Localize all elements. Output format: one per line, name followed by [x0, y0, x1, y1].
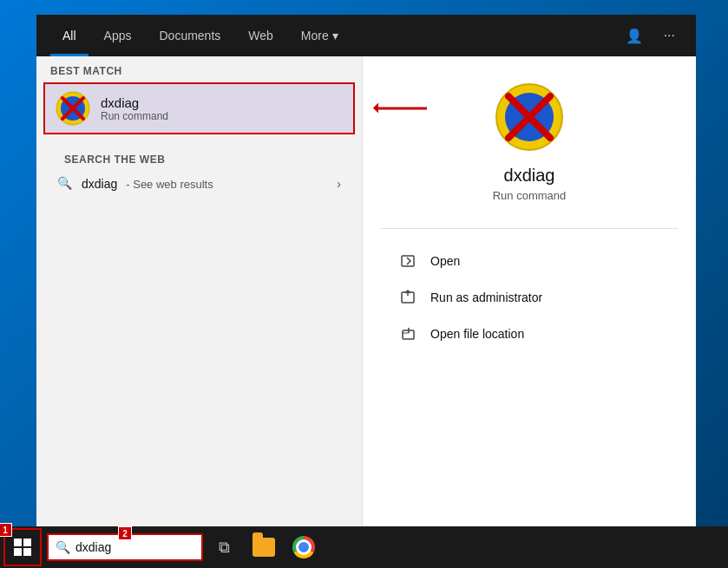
search-web-query: dxdiag [82, 177, 117, 191]
header-icons: 👤 ··· [619, 24, 682, 48]
search-web-section: Search the web 🔍 dxdiag - See web result… [36, 134, 362, 202]
taskbar-search-icon: 🔍 [56, 540, 70, 554]
tab-web[interactable]: Web [236, 15, 285, 56]
task-view-icon: ⧉ [219, 539, 230, 557]
best-match-item[interactable]: dxdiag Run command [43, 82, 355, 134]
taskbar-search-input[interactable] [75, 540, 180, 554]
desktop: All Apps Documents Web More ▾ 👤 ··· [0, 0, 728, 568]
start-menu-header: All Apps Documents Web More ▾ 👤 ··· [36, 15, 696, 56]
folder-icon [253, 538, 275, 557]
action-open-file-location-label: Open file location [430, 327, 524, 341]
search-web-label: Search the web [50, 145, 348, 171]
app-detail-name: dxdiag [504, 166, 555, 186]
action-run-as-admin[interactable]: Run as administrator [389, 279, 670, 316]
arrow-line [375, 108, 427, 110]
taskbar-file-explorer-button[interactable] [245, 528, 283, 566]
start-menu: All Apps Documents Web More ▾ 👤 ··· [36, 15, 696, 526]
app-detail-icon [495, 82, 564, 152]
chevron-right-icon: › [337, 177, 341, 191]
open-file-location-icon [399, 324, 418, 343]
action-open-label: Open [430, 254, 460, 268]
taskbar-start-button[interactable]: 1 [3, 528, 42, 566]
action-open-file-location[interactable]: Open file location [389, 316, 670, 352]
chrome-icon [292, 536, 315, 558]
best-match-name: dxdiag [101, 95, 168, 110]
arrow-annotation [375, 108, 427, 110]
divider [380, 228, 679, 229]
left-panel: Best match dxdiag Run command [36, 56, 362, 526]
badge-2: 2 [118, 526, 132, 540]
action-open[interactable]: Open [389, 243, 670, 279]
taskbar-search-container: 🔍 2 [47, 533, 203, 561]
chevron-down-icon: ▾ [332, 29, 338, 42]
start-menu-body: Best match dxdiag Run command [36, 56, 696, 526]
taskbar: 1 🔍 2 ⧉ [0, 526, 728, 568]
right-panel: dxdiag Run command Open [362, 56, 696, 526]
best-match-label: Best match [36, 56, 362, 82]
open-icon [399, 251, 418, 271]
ellipsis-icon-button[interactable]: ··· [657, 24, 682, 48]
best-match-subtitle: Run command [101, 110, 168, 122]
tab-more[interactable]: More ▾ [289, 15, 351, 56]
tab-documents[interactable]: Documents [147, 15, 233, 56]
search-see-results: - See web results [126, 178, 213, 191]
run-as-admin-icon [399, 288, 418, 307]
action-list: Open Run as administrator [380, 243, 679, 352]
taskbar-task-view-button[interactable]: ⧉ [205, 528, 243, 566]
action-run-as-admin-label: Run as administrator [430, 291, 542, 304]
tab-apps[interactable]: Apps [92, 15, 144, 56]
svg-rect-8 [402, 256, 414, 266]
search-web-item[interactable]: 🔍 dxdiag - See web results › [50, 171, 348, 197]
tab-all[interactable]: All [50, 15, 89, 56]
taskbar-chrome-button[interactable] [285, 528, 323, 566]
app-detail-subtitle: Run command [493, 189, 567, 202]
search-web-icon: 🔍 [57, 176, 73, 192]
person-icon-button[interactable]: 👤 [619, 24, 650, 48]
windows-logo-icon [14, 539, 31, 556]
badge-1: 1 [0, 523, 12, 537]
dxdiag-app-icon [56, 91, 90, 126]
best-match-info: dxdiag Run command [101, 95, 168, 122]
